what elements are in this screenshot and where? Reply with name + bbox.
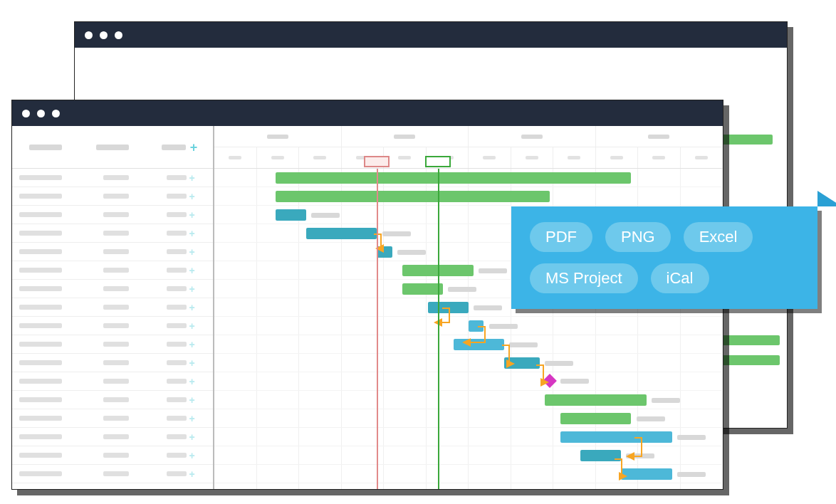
task-row[interactable]: + [12,391,213,409]
timeline-minor-header [638,147,681,168]
gantt-bar[interactable] [545,394,647,406]
window-control-dot[interactable] [22,110,30,117]
add-task-icon[interactable]: + [189,302,195,313]
milestone-icon[interactable] [543,374,557,388]
window-control-dot[interactable] [100,31,108,39]
timeline-minor-header [553,147,596,168]
add-task-icon[interactable]: + [189,376,195,387]
date-marker-red-handle[interactable] [364,156,390,167]
task-row[interactable]: + [12,354,213,372]
task-row[interactable]: + [12,335,213,354]
gantt-bar[interactable] [276,209,306,221]
timeline-major-header [342,126,469,147]
add-task-icon[interactable]: + [189,357,195,369]
window-titlebar-back [75,22,787,48]
export-excel-pill[interactable]: Excel [684,222,753,252]
bar-label-placeholder [311,213,340,218]
bar-label-placeholder [545,361,573,366]
gantt-bar[interactable] [560,413,632,424]
bar-label-placeholder [509,342,538,347]
task-table: + +++++++++++++++++ [12,126,214,489]
task-rows: +++++++++++++++++ [12,169,213,489]
date-marker-red[interactable] [377,169,378,489]
task-row[interactable]: + [12,169,213,187]
export-msproject-pill[interactable]: MS Project [530,263,638,293]
bar-label-placeholder [489,324,518,329]
timeline-minor-header [257,147,300,168]
add-task-icon[interactable]: + [189,413,195,424]
column-header[interactable] [79,145,146,150]
bar-label-placeholder [637,416,665,421]
task-row[interactable]: + [12,261,213,280]
add-task-icon[interactable]: + [189,339,195,350]
gantt-bar[interactable] [716,335,780,345]
gantt-bar[interactable] [428,302,469,313]
task-row[interactable]: + [12,428,213,446]
column-header[interactable]: + [146,141,213,154]
gantt-bar[interactable] [469,320,484,332]
bar-label-placeholder [474,305,502,310]
column-header[interactable] [12,145,79,150]
bar-label-placeholder [382,231,411,236]
task-row[interactable]: + [12,465,213,483]
add-task-icon[interactable]: + [189,431,195,443]
bar-label-placeholder [448,287,476,292]
gantt-bar[interactable] [276,172,632,184]
export-png-pill[interactable]: PNG [605,222,671,252]
gantt-bar[interactable] [377,246,392,258]
timeline-minor-header [384,147,427,168]
date-marker-green-handle[interactable] [425,156,451,167]
gantt-bar[interactable] [402,283,443,295]
export-ical-pill[interactable]: iCal [651,263,709,293]
add-task-icon[interactable]: + [189,191,195,202]
gantt-bar[interactable] [504,357,540,369]
timeline-minor-header [469,147,511,168]
add-task-icon[interactable]: + [189,468,195,480]
window-control-dot[interactable] [37,110,45,117]
timeline-header-minor [214,147,723,169]
add-task-icon[interactable]: + [189,450,195,461]
task-row[interactable]: + [12,409,213,428]
add-task-icon[interactable]: + [189,265,195,276]
add-task-icon[interactable]: + [189,394,195,406]
gantt-bar[interactable] [716,135,773,145]
task-row[interactable]: + [12,446,213,465]
export-popover: PDF PNG Excel MS Project iCal [511,206,817,309]
timeline-header-major [214,126,723,147]
add-task-icon[interactable]: + [189,172,195,184]
gantt-bar[interactable] [306,228,377,239]
timeline-minor-header [681,147,723,168]
gantt-bar[interactable] [580,450,621,461]
task-row[interactable]: + [12,224,213,243]
window-titlebar-front [12,100,723,126]
add-task-icon[interactable]: + [189,228,195,239]
window-control-dot[interactable] [85,31,93,39]
bar-label-placeholder [479,268,507,273]
task-row[interactable]: + [12,298,213,317]
task-row[interactable]: + [12,372,213,391]
task-row[interactable]: + [12,206,213,224]
gantt-bar[interactable] [276,191,550,202]
gantt-bar[interactable] [454,339,504,350]
timeline-minor-header [214,147,257,168]
timeline-major-header [469,126,596,147]
timeline-major-header [214,126,342,147]
timeline-minor-header [511,147,554,168]
add-task-icon[interactable]: + [189,320,195,332]
add-task-icon[interactable]: + [189,209,195,221]
task-row[interactable]: + [12,187,213,206]
task-row[interactable]: + [12,280,213,298]
bar-label-placeholder [626,453,654,458]
add-task-icon[interactable]: + [189,246,195,258]
task-row[interactable]: + [12,243,213,261]
date-marker-green[interactable] [438,169,439,489]
task-row[interactable]: + [12,317,213,335]
export-pdf-pill[interactable]: PDF [530,222,592,252]
gantt-bar[interactable] [621,468,672,480]
add-task-icon[interactable]: + [189,283,195,295]
add-column-icon[interactable]: + [190,141,198,154]
bar-label-placeholder [397,250,426,255]
window-control-dot[interactable] [52,110,60,117]
gantt-bar[interactable] [560,431,672,443]
window-control-dot[interactable] [115,31,122,39]
